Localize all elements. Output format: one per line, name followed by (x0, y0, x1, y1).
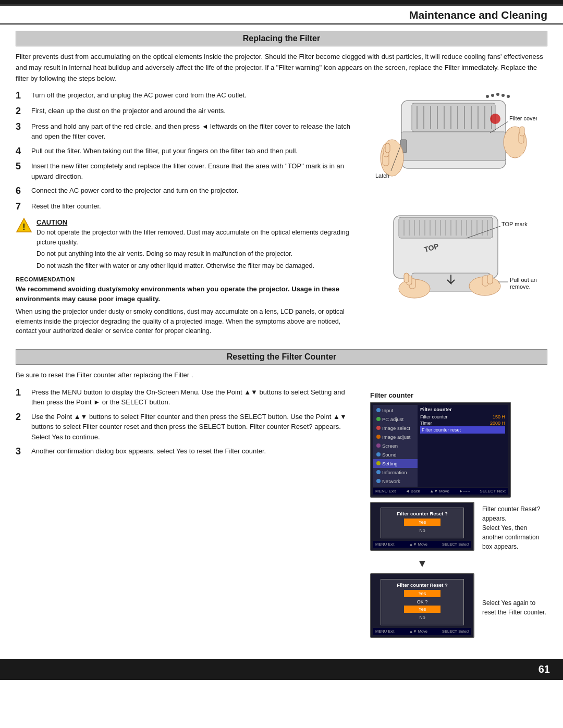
bottom-bar: 61 (0, 659, 563, 680)
recommendation-title: RECOMMENDATION (16, 276, 360, 282)
osd-sidebar-pcadjust: PC adjust (373, 415, 418, 424)
svg-text:Filter cover: Filter cover (509, 115, 537, 121)
confirm-dialog-1: Filter counter Reset ? Yes No (381, 508, 464, 538)
page-title: Maintenance and Cleaning (16, 9, 547, 21)
svg-point-29 (501, 94, 505, 97)
step-2: 2 First, clean up the dust on the projec… (16, 106, 360, 117)
recommendation-normal: When using the projector under dusty or … (16, 307, 360, 336)
section2-intro: Be sure to reset the Filter counter afte… (16, 370, 547, 381)
confirm-bottom-2: MENU Exit ▲▼ Move SELECT Select (373, 628, 471, 635)
reset-step-num-1: 1 (16, 387, 27, 399)
diagram-top: Filter cover Latch (370, 90, 547, 193)
page-number: 61 (538, 663, 550, 675)
caution-item-2: Do not put anything into the air vents. … (36, 249, 360, 259)
section2-header: Resetting the Filter Counter (16, 349, 547, 365)
reset-step-text-3: Another confirmation dialog box appears,… (31, 446, 266, 456)
confirm-screen-1: Filter counter Reset ? Yes No MENU Exit … (370, 502, 474, 551)
svg-rect-59 (404, 273, 409, 282)
step-num-5: 5 (16, 161, 27, 172)
step-text-2: First, clean up the dust on the projecto… (31, 106, 226, 116)
step-1: 1 Turn off the projector, and unplug the… (16, 90, 360, 102)
confirm-btn-yes-2: Yes (404, 590, 440, 597)
svg-rect-25 (520, 127, 524, 136)
step-7: 7 Reset the filter counter. (16, 201, 360, 213)
confirm-bottom-1: MENU Exit ▲▼ Move SELECT Select (373, 541, 471, 548)
diagram-bottom: TOP TOP mark (370, 198, 547, 309)
osd-screen: Input PC adjust Image select Image (370, 402, 511, 498)
svg-point-17 (490, 114, 500, 124)
step-text-1: Turn off the projector, and unplug the A… (31, 90, 247, 101)
osd-sidebar-imageadjust: Image adjust (373, 433, 418, 441)
svg-rect-22 (385, 143, 390, 153)
reset-step-text-1: Press the MENU button to display the On-… (31, 387, 360, 408)
osd-main-panel: Filter counter Filter counter 150 H Time… (418, 405, 508, 487)
osd-sidebar-information: Information (373, 468, 418, 477)
svg-point-26 (486, 95, 489, 98)
step-num-7: 7 (16, 201, 27, 213)
page-title-bar: Maintenance and Cleaning (0, 6, 563, 24)
osd-sidebar-imageselect: Image select (373, 424, 418, 433)
svg-point-28 (496, 93, 499, 96)
step-text-7: Reset the filter counter. (31, 201, 101, 212)
confirm-btn-ok-no: No (404, 614, 440, 621)
arrow-down: ▼ (417, 558, 427, 570)
caution-box: ! CAUTION Do not operate the projector w… (16, 217, 360, 271)
recommendation-box: RECOMMENDATION We recommend avoiding dus… (16, 276, 360, 336)
osd-row-timer: Timer 2000 H (420, 420, 505, 426)
svg-point-30 (507, 95, 510, 98)
confirm-dialog-2: Filter counter Reset ? Yes OK ? Yes No (381, 579, 464, 625)
caution-item-1: Do not operate the projector with the fi… (36, 228, 360, 248)
svg-rect-62 (487, 275, 493, 284)
confirm-btn-yes-1: Yes (404, 519, 440, 526)
confirm-title-1: Filter counter Reset ? (386, 511, 458, 516)
osd-row-filter-counter: Filter counter 150 H (420, 414, 505, 420)
section1-header: Replacing the Filter (16, 31, 547, 46)
caution-icon: ! (16, 217, 32, 238)
confirm-screens-col: Filter counter Reset ? Yes No MENU Exit … (370, 502, 474, 641)
reset-step-2: 2 Use the Point ▲▼ buttons to select Fil… (16, 412, 360, 442)
step-text-6: Connect the AC power cord to the project… (31, 186, 238, 196)
svg-text:TOP mark: TOP mark (501, 221, 528, 227)
svg-rect-16 (401, 132, 506, 161)
caution-item-3: Do not wash the filter with water or any… (36, 261, 360, 271)
confirm-annotation-2: Select Yes again to reset the Filter cou… (482, 598, 547, 617)
recommendation-bold: We recommend avoiding dusty/smoky enviro… (16, 284, 360, 304)
osd-panel-title: Filter counter (420, 406, 505, 412)
reset-step-num-3: 3 (16, 446, 27, 458)
step-5: 5 Insert the new filter completely and r… (16, 161, 360, 181)
reset-step-3: 3 Another confirmation dialog box appear… (16, 446, 360, 458)
svg-text:!: ! (22, 223, 25, 231)
svg-text:Latch: Latch (375, 172, 389, 179)
step-num-3: 3 (16, 121, 27, 133)
projector-diagram-svg-top: Filter cover Latch (370, 90, 537, 192)
caution-content: CAUTION Do not operate the projector wit… (36, 217, 360, 271)
step-num-1: 1 (16, 90, 27, 102)
confirm-screens-container: Filter counter Reset ? Yes No MENU Exit … (370, 502, 547, 641)
step-num-2: 2 (16, 106, 27, 117)
confirm-btn-ok-yes: Yes (404, 606, 440, 613)
step-text-3: Press and hold any part of the red circl… (31, 121, 360, 142)
osd-bottom-bar: MENU Exit ◄ Back ▲▼ Move ►----- SELECT N… (373, 488, 508, 495)
confirm-annotations: Filter counter Reset? appears. Select Ye… (482, 502, 547, 617)
osd-sidebar-setting: Setting (373, 459, 418, 468)
step-text-5: Insert the new filter completely and rep… (31, 161, 360, 181)
svg-point-27 (491, 94, 494, 97)
osd-sidebar-network: Network (373, 477, 418, 486)
caution-title: CAUTION (36, 217, 360, 228)
confirm-screen-2: Filter counter Reset ? Yes OK ? Yes No M… (370, 573, 474, 638)
intro-paragraph: Filter prevents dust from accumulating o… (16, 52, 547, 84)
confirm-title-2: Filter counter Reset ? (386, 582, 458, 588)
step-4: 4 Pull out the filter. When taking out t… (16, 146, 360, 157)
confirm-btn-no-1: No (404, 527, 440, 534)
confirm-sub-title: OK ? (386, 599, 458, 604)
osd-sidebar-input: Input (373, 406, 418, 415)
projector-diagram-svg-bottom: TOP TOP mark (370, 198, 537, 307)
top-border (0, 0, 563, 4)
reset-step-1: 1 Press the MENU button to display the O… (16, 387, 360, 408)
step-3: 3 Press and hold any part of the red cir… (16, 121, 360, 142)
osd-sidebar-sound: Sound (373, 450, 418, 459)
step-num-4: 4 (16, 146, 27, 157)
osd-sidebar: Input PC adjust Image select Image (373, 405, 418, 487)
svg-rect-3 (412, 103, 495, 132)
svg-text:remove.: remove. (510, 283, 531, 290)
